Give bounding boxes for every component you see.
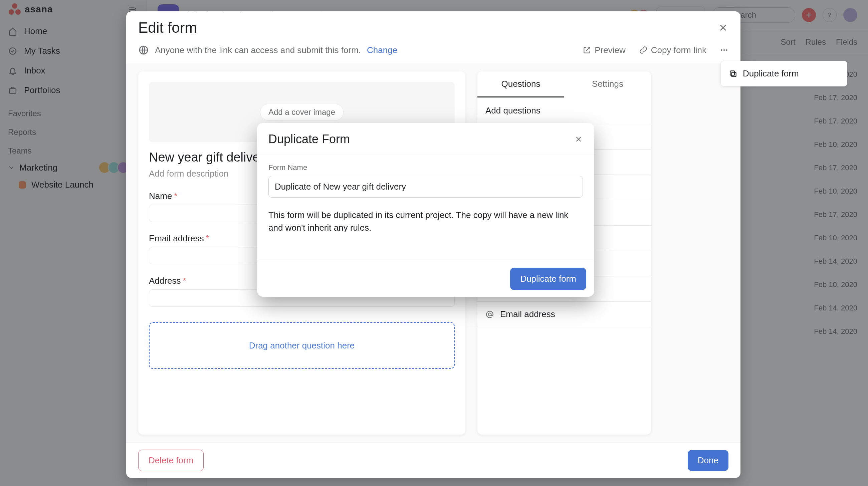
tab-questions[interactable]: Questions	[477, 71, 564, 97]
modal-note: This form will be duplicated in its curr…	[269, 209, 583, 234]
modal-title: Duplicate Form	[269, 132, 350, 146]
svg-point-11	[723, 50, 725, 51]
access-text: Anyone with the link can access and subm…	[155, 45, 361, 56]
add-cover-button[interactable]: Add a cover image	[260, 104, 344, 121]
preview-button[interactable]: Preview	[583, 45, 625, 56]
duplicate-form-button[interactable]: Duplicate form	[510, 268, 586, 290]
change-access-link[interactable]: Change	[367, 45, 397, 56]
svg-point-18	[488, 313, 491, 316]
more-icon[interactable]	[720, 46, 728, 55]
panel-title: Edit form	[138, 19, 197, 36]
svg-rect-19	[732, 72, 736, 76]
globe-icon	[138, 45, 149, 56]
done-button[interactable]: Done	[688, 450, 728, 471]
required-indicator: *	[206, 233, 209, 243]
external-link-icon	[583, 46, 591, 55]
menu-item-label: Duplicate form	[743, 68, 799, 79]
required-indicator: *	[174, 191, 177, 201]
duplicate-form-menu-item[interactable]: Duplicate form	[724, 64, 844, 83]
at-icon	[486, 310, 495, 319]
context-menu: Duplicate form	[720, 61, 847, 87]
question-type-email[interactable]: Email address	[477, 302, 651, 327]
form-name-label: Form Name	[269, 163, 583, 172]
copy-form-link-button[interactable]: Copy form link	[639, 45, 706, 56]
form-name-input[interactable]	[269, 176, 583, 198]
close-icon[interactable]	[718, 22, 728, 33]
link-icon	[639, 46, 648, 55]
svg-point-12	[726, 50, 727, 51]
add-questions-header: Add questions	[477, 97, 651, 124]
delete-form-button[interactable]: Delete form	[138, 450, 204, 471]
svg-point-10	[721, 50, 722, 51]
required-indicator: *	[183, 276, 186, 286]
drop-question-area[interactable]: Drag another question here	[149, 322, 455, 369]
close-icon[interactable]	[574, 135, 583, 143]
svg-rect-20	[730, 71, 735, 75]
copy-icon	[729, 69, 738, 78]
tab-settings[interactable]: Settings	[564, 71, 651, 97]
duplicate-form-modal: Duplicate Form Form Name This form will …	[257, 123, 594, 297]
